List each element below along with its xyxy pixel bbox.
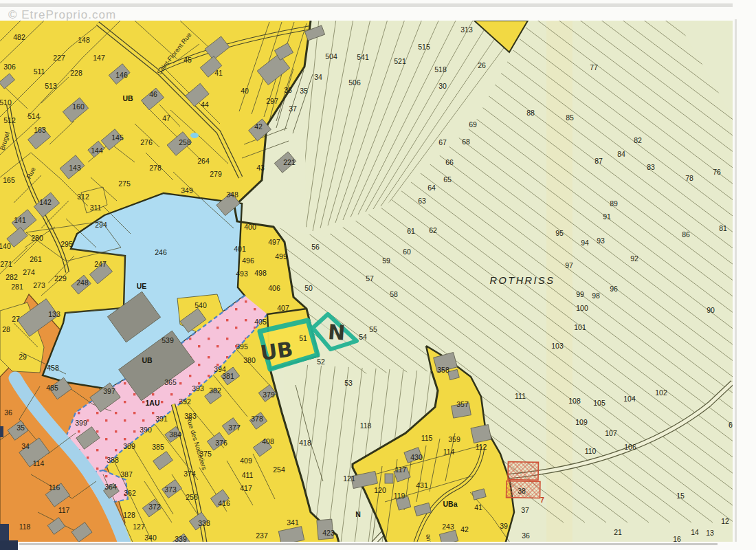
parcel-number-label: 109	[575, 418, 588, 426]
parcel-number-label: 393	[192, 384, 204, 393]
parcel-number-label: 392	[179, 397, 191, 406]
parcel-number-label: 53	[344, 379, 353, 387]
parcel-number-label: 513	[45, 82, 57, 90]
parcel-number-label: 112	[476, 443, 487, 451]
parcel-number-label: 499	[275, 252, 287, 261]
scanned-zoning-map-page: © EtreProprio.com	[0, 0, 756, 550]
parcel-number-label: 384	[169, 430, 181, 439]
parcel-number-label: 376	[215, 439, 227, 447]
parcel-number-label: 379	[263, 390, 275, 399]
parcel-number-label: 408	[262, 437, 274, 446]
parcel-number-label: 540	[194, 301, 207, 309]
parcel-number-label: 348	[226, 190, 238, 199]
parcel-number-label: 90	[707, 306, 715, 314]
parcel-number-label: 119	[394, 492, 405, 500]
parcel-number-label: 485	[46, 384, 58, 392]
parcel-number-label: 78	[685, 174, 693, 182]
parcel-number-label: 506	[348, 78, 361, 87]
parcel-number-label: 133	[48, 310, 60, 318]
scan-corner-dark	[0, 540, 18, 550]
parcel-number-label: 417	[240, 484, 252, 492]
parcel-number-label: 382	[209, 386, 221, 395]
parcel-number-label: 365	[164, 378, 177, 386]
parcel-number-label: 349	[181, 186, 193, 195]
parcel-number-label: 108	[568, 397, 581, 405]
parcel-number-label: 62	[429, 226, 437, 234]
parcel-number-label: 14	[691, 528, 699, 536]
parcel-number-label: 101	[574, 323, 586, 331]
parcel-number-label: 47	[162, 114, 170, 122]
parcel-number-label: 482	[13, 33, 25, 41]
parcel-number-label: 87	[594, 157, 603, 165]
parcel-number-label: 312	[77, 192, 89, 201]
parcel-number-label: 395	[236, 342, 248, 351]
parcel-number-label: 43	[256, 164, 265, 172]
parcel-number-label: 84	[617, 150, 625, 158]
parcel-number-label: 374	[184, 470, 196, 478]
parcel-number-label: 91	[603, 212, 611, 221]
parcel-number-label: 423	[322, 529, 335, 537]
zone-label: UB	[142, 356, 153, 364]
parcel-number-label: 128	[123, 511, 135, 519]
handwritten-annotation: N	[327, 320, 346, 345]
parcel-number-label: 514	[27, 112, 40, 120]
parcel-number-label: 64	[427, 184, 436, 192]
parcel-number-label: 37	[521, 506, 529, 514]
parcel-number-label: 160	[72, 102, 85, 111]
parcel-number-label: 297	[266, 97, 278, 105]
parcel-number-label: 140	[0, 242, 11, 250]
parcel-number-label: 103	[551, 342, 564, 350]
parcel-number-label: 430	[410, 453, 423, 461]
parcel-number-label: 411	[242, 471, 254, 479]
parcel-number-label: 44	[201, 100, 209, 109]
parcel-number-label: 518	[434, 65, 447, 74]
map-area: 4821482271473065112281464541405134644510…	[0, 0, 756, 550]
parcel-number-label: 111	[515, 392, 526, 400]
parcel-number-label: 34	[314, 73, 322, 81]
parcel-number-label: 391	[155, 415, 168, 423]
parcel-number-label: 389	[123, 442, 135, 450]
parcel-number-label: 510	[0, 98, 12, 107]
parcel-number-label: 409	[240, 456, 252, 465]
parcel-number-label: 271	[0, 260, 12, 268]
parcel-number-label: 258	[179, 138, 191, 146]
parcel-number-label: 46	[149, 90, 157, 98]
parcel-number-label: 89	[610, 199, 618, 208]
parcel-number-label: 12	[721, 517, 729, 525]
parcel-number-label: 114	[33, 459, 45, 468]
parcel-number-label: 416	[218, 499, 230, 507]
scan-edge-line	[735, 19, 737, 543]
parcel-number-label: 38	[518, 487, 526, 495]
red-parcel-annotation: 7	[540, 496, 544, 504]
parcel-number-label: 58	[390, 290, 398, 298]
parcel-number-label: 340	[144, 534, 157, 542]
parcel-number-label: 148	[78, 36, 90, 44]
parcel-number-label: 405	[254, 318, 267, 326]
parcel-number-label: 357	[456, 400, 469, 408]
parcel-number-label: 511	[34, 67, 45, 76]
parcel-number-label: 165	[3, 176, 15, 184]
parcel-number-label: 36	[284, 86, 292, 94]
parcel-number-label: 68	[462, 138, 470, 146]
parcel-number-label: 385	[152, 443, 164, 451]
parcel-number-label: 55	[369, 325, 377, 333]
parcel-number-label: 88	[526, 109, 535, 117]
parcel-number-label: 227	[53, 54, 65, 62]
parcel-number-label: 110	[585, 447, 597, 455]
parcel-number-label: 26	[478, 61, 486, 69]
parcel-number-label: 40	[241, 87, 249, 95]
parcel-number-label: 13	[706, 529, 714, 537]
parcel-number-label: 256	[186, 493, 198, 501]
parcel-number-label: 228	[70, 69, 82, 77]
parcel-number-label: 496	[242, 256, 254, 265]
handwritten-annotation: UB	[259, 337, 295, 365]
parcel-number-label: 388	[107, 456, 119, 464]
parcel-number-label: 358	[437, 366, 449, 374]
parcel-number-label: 142	[39, 198, 52, 206]
parcel-number-label: 377	[228, 424, 241, 432]
parcel-number-label: 54	[359, 333, 367, 341]
zone-label: N	[355, 510, 361, 518]
parcel-number-label: 114	[443, 448, 455, 456]
zone-label: 1AU	[145, 399, 159, 407]
parcel-number-label: 60	[403, 248, 411, 256]
